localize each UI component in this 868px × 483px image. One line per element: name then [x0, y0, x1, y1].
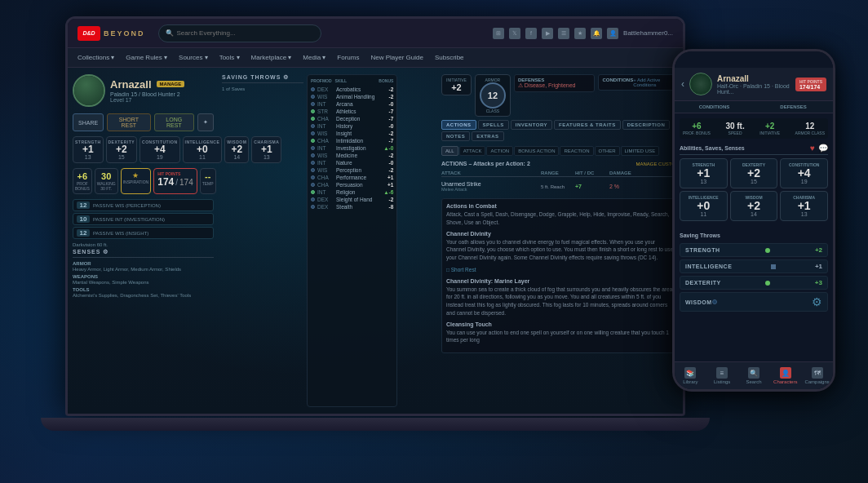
nav-game-rules[interactable]: Game Rules ▾ — [126, 54, 167, 61]
phone-nav-characters[interactable]: 👤 Characters — [769, 366, 801, 386]
main-nav: Collections ▾ Game Rules ▾ Sources ▾ Too… — [68, 48, 683, 68]
ddb-logo: D&D BEYOND — [78, 26, 145, 41]
tab-inventory[interactable]: INVENTORY — [511, 120, 552, 130]
phone-nav-listings[interactable]: ≡ Listings — [706, 366, 738, 386]
phone-save-strength: STRENGTH +2 — [680, 243, 828, 257]
skill-name-nature: Nature — [336, 160, 374, 166]
phone-nav-campaigns[interactable]: 🗺 Campaigns — [801, 366, 833, 386]
manage-badge[interactable]: MANAGE — [157, 81, 185, 87]
nav-sources[interactable]: Sources ▾ — [179, 54, 208, 61]
nav-icon-twitch[interactable]: ☰ — [558, 28, 569, 39]
phone-device: ‹ Arnazall Half-Orc · Paladin 15 · Blood… — [672, 49, 835, 392]
skill-name-animal: Animal Handling — [336, 94, 374, 100]
desc-text-cleansing: You can use your action to end one spell… — [446, 329, 675, 345]
nav-icon-bell[interactable]: 🔔 — [591, 28, 602, 39]
tab-extras[interactable]: EXTRAS — [472, 131, 503, 141]
phone-qs-speed-label: SPEED — [725, 131, 744, 135]
skill-bonus-nature: -0 — [377, 160, 393, 166]
walking-speed-unit: 30 ft. — [97, 186, 116, 191]
initiative-value: +2 — [446, 82, 467, 92]
subtab-all[interactable]: ALL — [441, 146, 458, 156]
short-rest-button[interactable]: SHORT REST — [107, 113, 150, 131]
tab-features[interactable]: FEATURES & TRAITS — [554, 120, 621, 130]
conditions-header: CONDITIONS + Add Active Conditions — [602, 78, 675, 87]
phone-health-icon[interactable]: ♥ — [810, 144, 815, 153]
tab-spells[interactable]: SPELLS — [478, 120, 509, 130]
skill-attr-athletics: STR — [317, 109, 334, 114]
nav-marketplace[interactable]: Marketplace ▾ — [251, 54, 292, 61]
center-content: SAVING THROWS ⚙ 1 of Saves PROF MOD SKIL… — [222, 74, 435, 407]
phone-stat-wis-mod: +2 — [733, 200, 776, 211]
phone-message-icon[interactable]: 💬 — [818, 144, 828, 153]
stat-intelligence: INTELLIGENCE +0 11 — [183, 136, 223, 163]
tab-actions[interactable]: ACTIONS — [441, 120, 476, 130]
skill-dot-nature — [311, 161, 315, 165]
skill-attr-religion: INT — [317, 189, 334, 195]
phone-save-dex-dot — [765, 281, 770, 286]
nav-icon-user[interactable]: 👤 — [607, 28, 618, 39]
phone-stat-cha: CHARISMA +1 13 — [780, 191, 828, 221]
nav-collections[interactable]: Collections ▾ — [78, 54, 114, 61]
library-icon: 📚 — [684, 367, 696, 379]
phone-save-dexterity: DEXTERITY +3 — [680, 276, 828, 290]
phone-save-str-dot — [765, 248, 770, 253]
phone-back-button[interactable]: ‹ — [681, 78, 684, 90]
phone-qs-ac-val: 12 — [795, 122, 825, 131]
nav-new-player[interactable]: New Player Guide — [370, 54, 423, 61]
passive-insight: 12 PASSIVE WIS (INSIGHT) — [73, 227, 214, 239]
phone-nav-library[interactable]: 📚 Library — [675, 366, 706, 386]
defenses-box: DEFENSES ⚠ Disease, Frightened — [514, 74, 596, 92]
tools-value: Alchemist's Supplies, Dragonchess Set, T… — [73, 293, 214, 298]
subtab-bonus[interactable]: BONUS ACTION — [514, 146, 559, 156]
phone-tab-conditions[interactable]: CONDITIONS — [675, 101, 754, 113]
nav-icon-star[interactable]: ★ — [574, 28, 586, 39]
phone-tab-defenses[interactable]: DEFENSES — [754, 101, 833, 113]
nav-icon-twitter[interactable]: 𝕏 — [509, 28, 520, 39]
special-stats: +6 PROF BONUS 30 WALKING 30 ft. ★ INSPIR… — [73, 168, 214, 194]
tab-description[interactable]: DESCRIPTION — [622, 120, 671, 130]
nav-icons: ⊞ 𝕏 f ▶ ☰ ★ 🔔 👤 Battlehammer0... — [493, 28, 673, 39]
passive-perception: 12 PASSIVE WIS (PERCEPTION) — [73, 199, 214, 211]
subtab-other[interactable]: OTHER — [595, 146, 620, 156]
inspiration-box[interactable]: ★ INSPIRATION — [121, 168, 152, 194]
skill-arcana: INT Arcana -0 — [311, 100, 393, 108]
skill-name-sleight: Sleight of Hand — [336, 197, 374, 202]
passive-perception-label: PASSIVE WIS (PERCEPTION) — [93, 203, 161, 208]
character-sheet: Arnazall MANAGE Paladin 15 / Blood Hunte… — [68, 68, 683, 414]
skill-dot-religion — [311, 190, 315, 194]
nav-media[interactable]: Media ▾ — [303, 54, 326, 61]
search-input[interactable] — [177, 29, 314, 37]
armor-value: Heavy Armor, Light Armor, Medium Armor, … — [73, 267, 214, 272]
phone-screen: ‹ Arnazall Half-Orc · Paladin 15 · Blood… — [675, 51, 833, 389]
nav-forums[interactable]: Forums — [337, 54, 359, 61]
search-bar[interactable]: 🔍 — [158, 24, 321, 42]
listings-icon: ≡ — [716, 367, 728, 379]
tools-label: TOOLS — [73, 287, 214, 292]
nav-subscribe[interactable]: Subscribe — [435, 54, 464, 61]
armor-class-sub: CLASS — [480, 109, 506, 113]
phone-hp-badge: HIT POINTS 174/174 — [795, 78, 826, 91]
nav-tools[interactable]: Tools ▾ — [219, 54, 240, 61]
subtab-reaction[interactable]: REACTION — [560, 146, 593, 156]
phone-nav-search[interactable]: 🔍 Search — [738, 366, 770, 386]
tab-notes[interactable]: NOTES — [441, 131, 470, 141]
nav-icon-facebook[interactable]: f — [525, 28, 537, 39]
phone-stat-str-score: 13 — [682, 179, 725, 184]
spell-button[interactable]: ✦ — [197, 113, 214, 131]
add-conditions-button[interactable]: + Add Active Conditions — [633, 78, 675, 87]
share-button[interactable]: SHARE — [73, 113, 104, 131]
attack-unarmed[interactable]: Unarmed Strike Melee Attack 5 ft. Reach … — [441, 179, 680, 193]
armor-label: ARMOR — [73, 261, 214, 266]
skill-attr-medicine: WIS — [317, 153, 334, 158]
nav-icon-youtube[interactable]: ▶ — [542, 28, 553, 39]
subtab-limited[interactable]: LIMITED USE — [621, 146, 660, 156]
long-rest-button[interactable]: LONG REST — [154, 113, 195, 131]
prof-col: PROF — [311, 78, 322, 83]
nav-icon-monitor[interactable]: ⊞ — [493, 28, 504, 39]
skill-name-acrobatics: Acrobatics — [336, 86, 374, 92]
phone-qs-init-val: +2 — [760, 122, 780, 131]
subtab-attack[interactable]: ATTACK — [459, 146, 486, 156]
phone-save-int-name: INTELLIGENCE — [685, 264, 732, 269]
subtab-action[interactable]: ACTION — [486, 146, 513, 156]
passive-insight-value: 12 — [77, 229, 90, 237]
